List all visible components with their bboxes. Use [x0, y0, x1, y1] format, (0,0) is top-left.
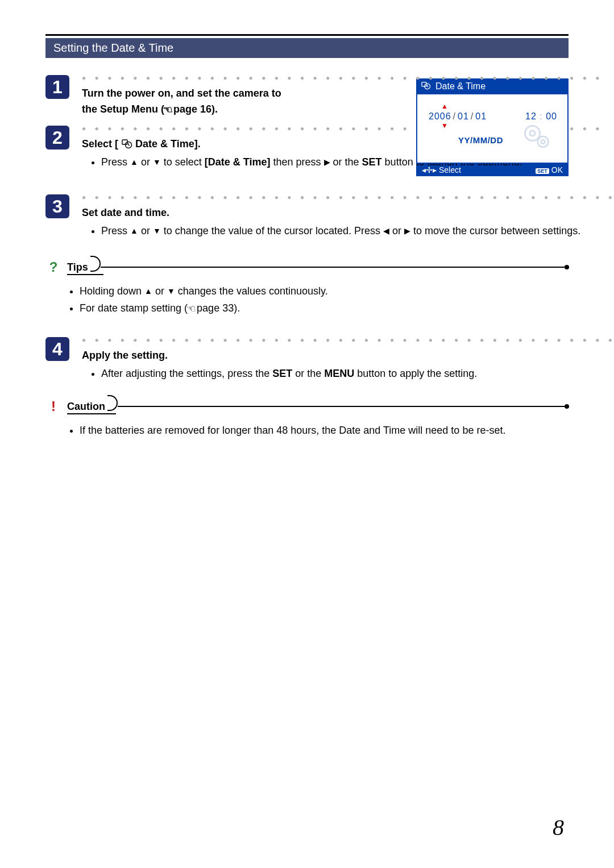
svg-point-5: [541, 140, 545, 144]
divider-dots: ● ● ● ● ● ● ● ● ● ● ● ● ● ● ● ● ● ● ● ● …: [82, 75, 603, 81]
clock-menu-icon: [118, 138, 135, 149]
caution-label: Caution: [61, 401, 109, 413]
tips-callout: ? Tips Holding down ▲ or ▼ changes the v…: [45, 259, 569, 317]
section-title: Setting the Date & Time: [45, 38, 569, 58]
step-4-heading: Apply the setting.: [82, 347, 614, 363]
lcd-date: 2006/01/01: [429, 111, 487, 122]
up-arrow-icon: ▲: [441, 102, 448, 110]
step-3-heading: Set date and time.: [82, 205, 614, 221]
page-number: 8: [553, 814, 564, 841]
step-2-badge: 2: [45, 126, 69, 149]
up-arrow-icon: ▲: [130, 154, 138, 170]
divider-dots: ● ● ● ● ● ● ● ● ● ● ● ● ● ● ● ● ● ● ● ● …: [82, 337, 614, 343]
down-arrow-icon: ▼: [167, 283, 175, 299]
tips-label: Tips: [61, 261, 92, 273]
down-arrow-icon: ▼: [153, 154, 161, 170]
tips-item: Holding down ▲ or ▼ changes the values c…: [80, 283, 569, 299]
svg-point-2: [525, 126, 540, 140]
page-ref-icon: ☞: [164, 102, 173, 118]
caution-icon: !: [45, 398, 61, 414]
step-3-detail: Press ▲ or ▼ to change the value of the …: [82, 223, 614, 239]
step-4-badge: 4: [45, 337, 69, 361]
caution-callout: ! Caution If the batteries are removed f…: [45, 398, 569, 438]
tips-icon: ?: [45, 259, 61, 275]
right-arrow-icon: ▶: [404, 223, 410, 239]
down-arrow-icon: ▼: [153, 223, 161, 239]
step-1-badge: 1: [45, 75, 69, 99]
left-arrow-icon: ◀: [383, 223, 389, 239]
down-arrow-icon: ▼: [441, 122, 448, 130]
step-3-badge: 3: [45, 194, 69, 218]
svg-point-4: [538, 136, 549, 147]
up-arrow-icon: ▲: [144, 283, 152, 299]
right-arrow-icon: ▶: [324, 154, 330, 170]
page-ref-icon: ☞: [188, 301, 197, 317]
gear-icon: [521, 121, 553, 152]
caution-item: If the batteries are removed for longer …: [80, 422, 569, 438]
step-4-detail: After adjusting the settings, press the …: [82, 366, 614, 381]
up-arrow-icon: ▲: [130, 223, 138, 239]
tips-item: For date stamp setting (☞page 33).: [80, 300, 569, 317]
svg-point-3: [530, 131, 535, 136]
divider-dots: ● ● ● ● ● ● ● ● ● ● ● ● ● ● ● ● ● ● ● ● …: [82, 194, 614, 200]
lcd-date-format: YY/MM/DD: [458, 135, 503, 145]
